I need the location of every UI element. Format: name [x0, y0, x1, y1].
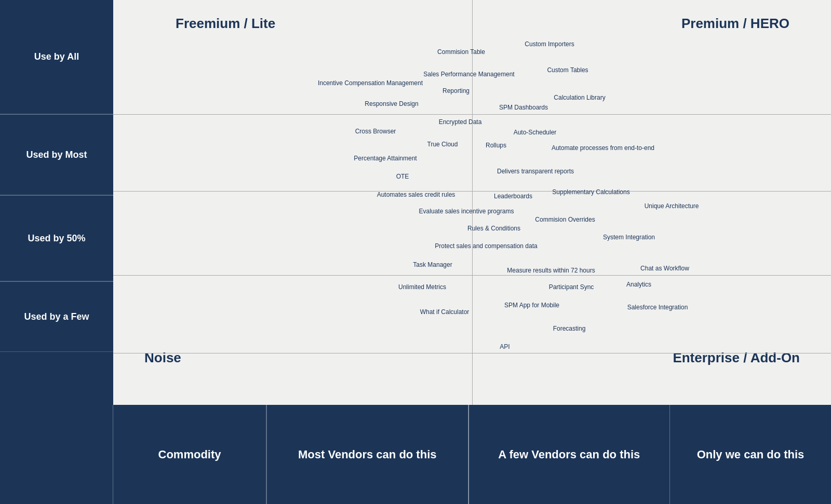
label-enterprise: Enterprise / Add-On [673, 350, 800, 366]
feature-f37: Forecasting [553, 325, 586, 332]
sidebar: Use by All Used by Most Used by 50% Used… [0, 0, 113, 405]
label-noise: Noise [144, 350, 181, 366]
feature-f9: SPM Dashboards [499, 104, 548, 111]
feature-f29: Task Manager [413, 261, 452, 268]
feature-f7: Calculation Library [554, 94, 605, 101]
feature-f36: What if Calculator [420, 308, 470, 316]
top-section: Use by All Used by Most Used by 50% Used… [0, 0, 831, 405]
label-premium: Premium / HERO [681, 16, 789, 32]
bottom-commodity: Commodity [113, 405, 266, 504]
feature-f4: Sales Performance Management [423, 71, 514, 78]
sidebar-row-use-all: Use by All [0, 0, 113, 114]
chart-area: Freemium / Lite Premium / HERO Noise Ent… [113, 0, 831, 405]
feature-f23: Evaluate sales incentive programs [419, 208, 514, 215]
feature-f25: Rules & Conditions [467, 225, 520, 232]
vline-center [472, 0, 473, 405]
feature-f22: Unique Architecture [645, 202, 699, 210]
feature-f11: Auto-Scheduler [514, 129, 557, 136]
feature-f28: Chat as Workflow [640, 265, 689, 272]
feature-f21: Leaderboards [494, 193, 532, 200]
feature-f6: Reporting [443, 87, 470, 94]
sidebar-row-use-few: Used by a Few [0, 282, 113, 352]
feature-f17: Delivers transparent reports [497, 168, 574, 175]
feature-f24: Commision Overrides [535, 216, 595, 223]
label-freemium: Freemium / Lite [176, 16, 275, 32]
feature-f18: OTE [396, 173, 409, 180]
feature-f14: Rollups [486, 142, 506, 149]
feature-f38: API [500, 343, 510, 350]
feature-f15: Automate processes from end-to-end [552, 144, 654, 152]
feature-f16: Percentage Attainment [354, 155, 417, 162]
main-container: Use by All Used by Most Used by 50% Used… [0, 0, 831, 504]
feature-f27: Protect sales and compensation data [435, 242, 537, 250]
sidebar-row-use-most: Used by Most [0, 115, 113, 195]
feature-f35: SPM App for Mobile [504, 302, 559, 309]
bottom-few-vendors: A few Vendors can do this [468, 405, 671, 504]
feature-f10: Encrypted Data [439, 118, 482, 126]
feature-f30: Measure results within 72 hours [507, 267, 595, 274]
bottom-most-vendors: Most Vendors can do this [266, 405, 468, 504]
feature-f32: Unlimited Metrics [398, 283, 446, 291]
feature-f1: Custom Importers [525, 40, 574, 48]
feature-f19: Supplementary Calculations [552, 188, 629, 196]
feature-f31: Analytics [626, 281, 651, 288]
bottom-only-we: Only we can do this [670, 405, 831, 504]
feature-f33: Participant Sync [549, 283, 594, 291]
feature-f3: Custom Tables [547, 66, 588, 74]
feature-f5: Incentive Compensation Management [318, 79, 423, 87]
bottom-bar: Commodity Most Vendors can do this A few… [0, 405, 831, 504]
feature-f20: Automates sales credit rules [377, 191, 455, 198]
feature-f8: Responsive Design [365, 100, 418, 107]
sidebar-row-use-50: Used by 50% [0, 196, 113, 281]
bottom-sidebar [0, 405, 113, 504]
feature-f13: True Cloud [427, 141, 458, 148]
feature-f2: Commision Table [437, 48, 485, 56]
feature-f12: Cross Browser [355, 128, 396, 135]
feature-f34: Salesforce Integration [627, 304, 688, 311]
feature-f26: System Integration [603, 234, 655, 241]
